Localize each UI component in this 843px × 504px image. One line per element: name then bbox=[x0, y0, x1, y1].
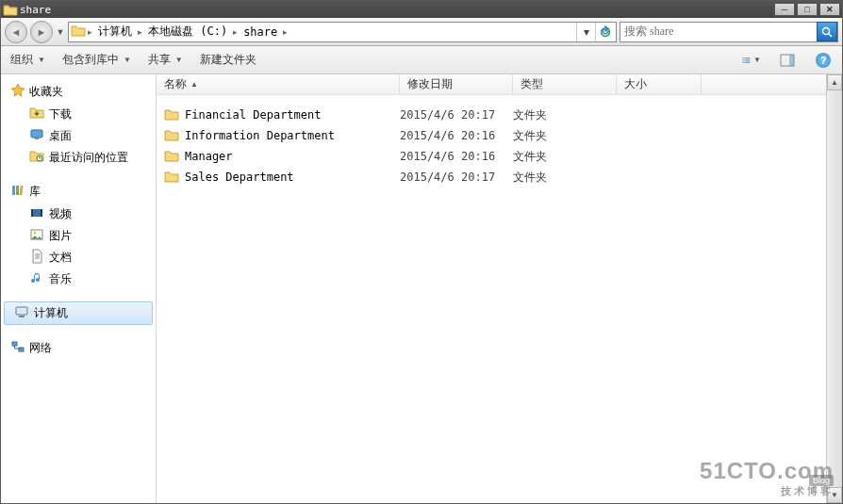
title-bar: share ─ □ ✕ bbox=[1, 1, 842, 18]
address-bar[interactable]: ▸ 计算机 ▸ 本地磁盘 (C:) ▸ share ▸ ▾ bbox=[68, 22, 617, 42]
document-icon bbox=[29, 249, 44, 267]
folder-icon bbox=[164, 149, 179, 165]
window-icon bbox=[3, 3, 16, 16]
folder-icon bbox=[164, 107, 179, 123]
sidebar-label: 音乐 bbox=[49, 271, 72, 287]
sidebar-library[interactable]: 库 bbox=[1, 180, 156, 203]
file-row[interactable]: Sales Department2015/4/6 20:17文件夹 bbox=[157, 167, 826, 187]
computer-icon bbox=[14, 304, 29, 322]
column-headers: 名称▲ 修改日期 类型 大小 bbox=[157, 74, 826, 95]
sidebar-documents[interactable]: 文档 bbox=[1, 247, 156, 268]
folder-icon bbox=[164, 170, 179, 186]
breadcrumb-sep[interactable]: ▸ bbox=[283, 27, 288, 37]
file-list: Financial Department2015/4/6 20:17文件夹Inf… bbox=[157, 95, 826, 503]
sidebar-label: 下载 bbox=[49, 106, 72, 122]
file-date: 2015/4/6 20:16 bbox=[400, 150, 513, 163]
breadcrumb-folder[interactable]: share bbox=[240, 24, 281, 40]
sidebar-pictures[interactable]: 图片 bbox=[1, 225, 156, 247]
svg-rect-6 bbox=[745, 59, 751, 60]
view-button[interactable]: ▼ bbox=[742, 51, 761, 70]
sidebar-label: 计算机 bbox=[34, 305, 68, 321]
chevron-down-icon: ▼ bbox=[175, 56, 183, 64]
scrollbar[interactable]: ▲ ▼ bbox=[826, 74, 842, 503]
sidebar: 收藏夹 下载 桌面 最近访问的位置 库 视频 bbox=[1, 74, 157, 503]
column-label: 名称 bbox=[164, 76, 187, 92]
search-input[interactable] bbox=[624, 24, 813, 39]
sidebar-computer[interactable]: 计算机 bbox=[4, 301, 153, 325]
sidebar-label: 图片 bbox=[49, 228, 72, 244]
close-button[interactable]: ✕ bbox=[819, 3, 840, 16]
file-name: Manager bbox=[185, 150, 233, 163]
address-dropdown-button[interactable]: ▾ bbox=[576, 23, 595, 41]
help-button[interactable]: ? bbox=[814, 51, 833, 70]
sidebar-label: 库 bbox=[29, 184, 41, 200]
include-label: 包含到库中 bbox=[62, 52, 119, 68]
scroll-down-button[interactable]: ▼ bbox=[827, 487, 842, 503]
breadcrumb-sep[interactable]: ▸ bbox=[233, 27, 238, 37]
minimize-button[interactable]: ─ bbox=[774, 3, 795, 16]
svg-rect-18 bbox=[31, 209, 33, 217]
search-button[interactable] bbox=[817, 22, 837, 41]
desktop-icon bbox=[29, 127, 44, 145]
svg-rect-19 bbox=[41, 209, 42, 217]
svg-rect-15 bbox=[16, 186, 19, 195]
column-size[interactable]: 大小 bbox=[617, 74, 702, 94]
share-label: 共享 bbox=[148, 52, 171, 68]
window-title: share bbox=[20, 4, 774, 16]
file-row[interactable]: Information Department2015/4/6 20:16文件夹 bbox=[157, 125, 826, 146]
scroll-up-button[interactable]: ▲ bbox=[827, 74, 842, 90]
column-type[interactable]: 类型 bbox=[513, 74, 617, 94]
breadcrumb-sep[interactable]: ▸ bbox=[88, 27, 92, 37]
newfolder-button[interactable]: 新建文件夹 bbox=[200, 52, 256, 68]
column-date[interactable]: 修改日期 bbox=[400, 74, 513, 94]
sidebar-network[interactable]: 网络 bbox=[1, 336, 156, 360]
breadcrumb-drive[interactable]: 本地磁盘 (C:) bbox=[144, 23, 231, 41]
svg-rect-24 bbox=[12, 342, 17, 346]
file-type: 文件夹 bbox=[513, 170, 617, 186]
content-area: 名称▲ 修改日期 类型 大小 Financial Department2015/… bbox=[157, 74, 826, 503]
column-label: 大小 bbox=[624, 76, 647, 92]
maximize-button[interactable]: □ bbox=[797, 3, 818, 16]
sidebar-recent[interactable]: 最近访问的位置 bbox=[1, 147, 156, 169]
sidebar-favorites[interactable]: 收藏夹 bbox=[1, 80, 156, 104]
include-menu[interactable]: 包含到库中▼ bbox=[62, 52, 131, 68]
sidebar-videos[interactable]: 视频 bbox=[1, 203, 156, 225]
folder-icon bbox=[164, 128, 179, 144]
organize-menu[interactable]: 组织▼ bbox=[10, 52, 45, 68]
video-icon bbox=[29, 205, 44, 223]
file-date: 2015/4/6 20:17 bbox=[400, 108, 513, 122]
share-menu[interactable]: 共享▼ bbox=[148, 52, 183, 68]
sidebar-music[interactable]: 音乐 bbox=[1, 268, 156, 290]
svg-point-1 bbox=[823, 27, 830, 34]
preview-pane-button[interactable] bbox=[778, 51, 797, 70]
search-bar[interactable] bbox=[620, 22, 838, 42]
svg-rect-4 bbox=[745, 57, 751, 58]
back-button[interactable]: ◄ bbox=[5, 21, 27, 43]
svg-rect-11 bbox=[31, 130, 42, 138]
history-dropdown[interactable]: ▼ bbox=[56, 27, 65, 37]
nav-bar: ◄ ► ▼ ▸ 计算机 ▸ 本地磁盘 (C:) ▸ share ▸ ▾ bbox=[1, 18, 842, 46]
column-name[interactable]: 名称▲ bbox=[157, 74, 400, 94]
sidebar-label: 视频 bbox=[49, 206, 72, 222]
sidebar-desktop[interactable]: 桌面 bbox=[1, 125, 156, 147]
breadcrumb-sep[interactable]: ▸ bbox=[138, 27, 142, 37]
svg-rect-16 bbox=[19, 186, 23, 195]
file-name: Information Department bbox=[185, 129, 335, 142]
file-date: 2015/4/6 20:17 bbox=[400, 171, 513, 184]
breadcrumb-computer[interactable]: 计算机 bbox=[94, 23, 136, 41]
picture-icon bbox=[29, 227, 44, 245]
file-date: 2015/4/6 20:16 bbox=[400, 129, 513, 142]
scroll-track[interactable] bbox=[827, 90, 842, 487]
forward-button[interactable]: ► bbox=[30, 21, 53, 43]
organize-label: 组织 bbox=[10, 52, 33, 68]
music-icon bbox=[29, 270, 44, 288]
chevron-down-icon: ▼ bbox=[124, 56, 131, 64]
svg-rect-7 bbox=[743, 61, 745, 62]
file-row[interactable]: Manager2015/4/6 20:16文件夹 bbox=[157, 146, 826, 167]
svg-rect-3 bbox=[743, 57, 745, 58]
file-name: Financial Department bbox=[185, 108, 322, 122]
file-row[interactable]: Financial Department2015/4/6 20:17文件夹 bbox=[157, 105, 826, 125]
address-icon bbox=[71, 24, 86, 40]
sidebar-downloads[interactable]: 下载 bbox=[1, 104, 156, 125]
refresh-button[interactable] bbox=[595, 23, 614, 41]
